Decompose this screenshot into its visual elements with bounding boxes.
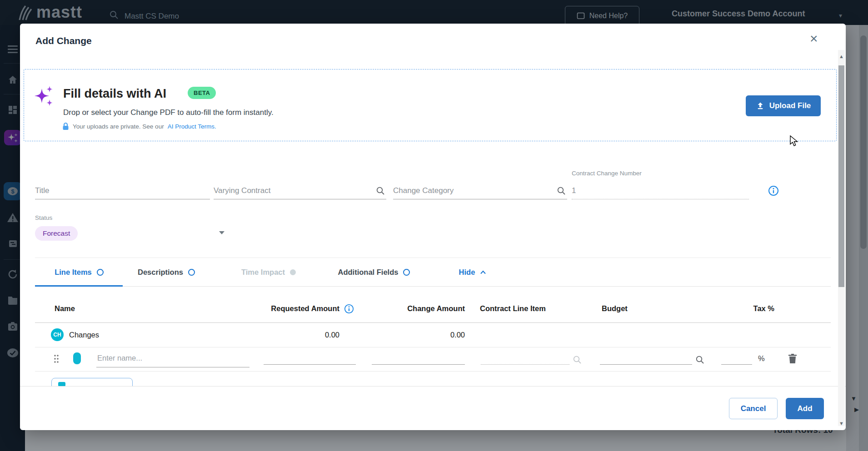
info-icon[interactable] xyxy=(344,304,354,314)
cancel-button[interactable]: Cancel xyxy=(729,398,778,419)
beta-badge: BETA xyxy=(188,87,216,99)
new-budget-input[interactable] xyxy=(600,349,692,365)
tab-bar: Line Items Descriptions Time Impact Addi… xyxy=(35,258,831,287)
upload-file-label: Upload File xyxy=(769,101,811,110)
modal-scrollbar-thumb[interactable] xyxy=(838,65,844,287)
row-divider xyxy=(35,371,831,372)
hide-label: Hide xyxy=(459,268,475,277)
col-header-budget: Budget xyxy=(602,304,628,313)
new-change-amount-input[interactable] xyxy=(372,349,465,365)
col-header-requested-amount: Requested Amount xyxy=(238,304,339,313)
active-tab-underline xyxy=(35,285,123,287)
drag-handle-icon[interactable] xyxy=(53,353,60,364)
row-requested-amount: 0.00 xyxy=(238,331,339,339)
scroll-up-arrow-icon[interactable]: ▲ xyxy=(839,54,844,59)
add-change-modal: Add Change × Fill details with AI BETA D… xyxy=(20,24,846,430)
tab-line-items[interactable]: Line Items xyxy=(38,258,120,286)
contract-change-number-field[interactable] xyxy=(572,182,749,199)
new-line-item-name-input[interactable] xyxy=(96,349,249,367)
trash-icon[interactable] xyxy=(788,353,797,364)
dropdown-caret-icon[interactable] xyxy=(219,231,224,235)
varying-contract-input[interactable] xyxy=(214,186,386,199)
tab-label: Time Impact xyxy=(241,268,285,277)
change-category-field[interactable] xyxy=(393,182,567,199)
privacy-text: Your uploads are private. See our xyxy=(73,123,164,130)
search-icon xyxy=(557,186,566,196)
hide-toggle[interactable]: Hide xyxy=(448,258,498,286)
varying-contract-field[interactable] xyxy=(214,182,386,199)
ai-fill-banner[interactable]: Fill details with AI BETA Drop or select… xyxy=(24,69,837,141)
privacy-note: Your uploads are private. See our AI Pro… xyxy=(62,122,216,130)
application-window: mastt Mastt CS Demo Need Help? Customer … xyxy=(0,0,868,451)
line-item-color-swatch[interactable] xyxy=(73,352,81,364)
col-header-tax: Tax % xyxy=(729,304,774,313)
info-icon[interactable] xyxy=(768,185,779,196)
tax-percent-suffix: % xyxy=(758,354,765,363)
title-field[interactable] xyxy=(35,182,210,199)
tab-status-ring-icon xyxy=(97,269,104,276)
close-icon[interactable]: × xyxy=(810,32,818,45)
col-header-change-amount: Change Amount xyxy=(364,304,465,313)
search-icon xyxy=(376,186,385,196)
tab-label: Line Items xyxy=(55,268,92,277)
add-button[interactable]: Add xyxy=(786,398,824,419)
upload-file-button[interactable]: Upload File xyxy=(746,95,821,116)
search-icon xyxy=(573,355,582,365)
new-contract-line-item-input[interactable] xyxy=(481,349,569,365)
change-category-input[interactable] xyxy=(393,186,567,199)
ai-banner-heading: Fill details with AI xyxy=(63,87,166,101)
tab-descriptions[interactable]: Descriptions xyxy=(125,258,207,286)
ai-banner-subtitle: Drop or select your Change PDF to auto-f… xyxy=(63,108,274,117)
tab-label: Additional Fields xyxy=(338,268,399,277)
new-tax-input[interactable] xyxy=(721,349,752,365)
ai-product-terms-link[interactable]: AI Product Terms. xyxy=(168,123,216,130)
tab-status-dot-icon xyxy=(290,269,296,275)
tab-label: Descriptions xyxy=(138,268,183,277)
col-header-name: Name xyxy=(55,304,75,313)
contract-change-number-label: Contract Change Number xyxy=(572,170,642,177)
status-chip[interactable]: Forecast xyxy=(35,226,78,241)
title-input[interactable] xyxy=(35,186,210,199)
modal-title: Add Change xyxy=(35,35,92,46)
row-divider xyxy=(35,347,831,347)
row-name: Changes xyxy=(69,331,99,339)
table-header-border xyxy=(35,322,831,323)
tab-status-ring-icon xyxy=(403,269,410,276)
upload-icon xyxy=(756,101,765,110)
ai-sparkles-icon xyxy=(34,85,55,108)
lock-icon xyxy=(62,122,69,130)
contract-change-number-input[interactable] xyxy=(572,186,749,199)
tab-status-ring-icon xyxy=(188,269,195,276)
tab-additional-fields[interactable]: Additional Fields xyxy=(322,258,426,286)
chevron-up-icon xyxy=(480,270,486,274)
search-icon[interactable] xyxy=(695,355,705,365)
row-change-amount: 0.00 xyxy=(364,331,465,339)
col-header-contract-line-item: Contract Line Item xyxy=(480,304,546,313)
modal-footer: Cancel Add xyxy=(20,386,846,430)
tab-time-impact: Time Impact xyxy=(228,258,309,286)
scroll-down-arrow-icon[interactable]: ▼ xyxy=(839,421,844,426)
status-label: Status xyxy=(35,214,52,221)
avatar: CH xyxy=(51,328,64,341)
mouse-cursor xyxy=(790,135,800,147)
new-requested-amount-input[interactable] xyxy=(264,349,356,365)
